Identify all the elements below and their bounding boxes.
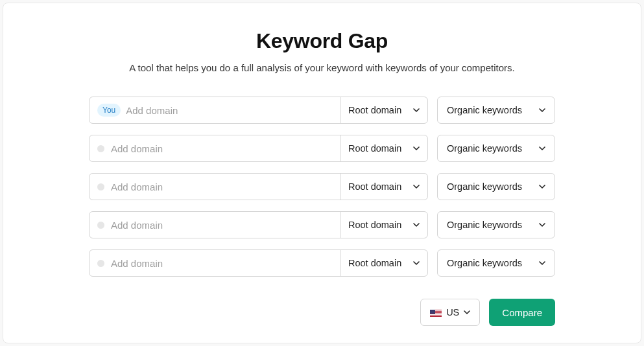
you-pill: You: [97, 104, 121, 117]
footer-controls: US Compare: [89, 299, 555, 326]
chevron-down-icon: [413, 107, 420, 113]
keywords-select-label: Organic keywords: [447, 181, 522, 192]
svg-rect-7: [430, 310, 435, 314]
chevron-down-icon: [413, 260, 420, 266]
domain-input[interactable]: [126, 105, 332, 116]
compare-button[interactable]: Compare: [489, 299, 555, 326]
domain-group: Root domain: [89, 211, 428, 238]
scope-select[interactable]: Root domain: [340, 250, 427, 276]
domain-row: Root domain Organic keywords: [89, 211, 555, 238]
scope-select[interactable]: Root domain: [340, 174, 427, 200]
domain-row: You Root domain Organic keywords: [89, 97, 555, 124]
domain-input-wrap: [89, 135, 340, 161]
country-select-label: US: [446, 307, 459, 317]
chevron-down-icon: [539, 145, 545, 152]
keywords-select-label: Organic keywords: [447, 143, 522, 154]
keywords-select-label: Organic keywords: [447, 220, 522, 230]
keywords-select[interactable]: Organic keywords: [437, 173, 555, 200]
keywords-select[interactable]: Organic keywords: [437, 211, 555, 238]
domain-rows: You Root domain Organic keywords: [89, 97, 555, 277]
svg-rect-6: [430, 317, 442, 317]
domain-input[interactable]: [111, 181, 332, 192]
scope-select-label: Root domain: [348, 105, 401, 115]
country-select[interactable]: US: [420, 299, 480, 326]
domain-input[interactable]: [111, 220, 332, 231]
scope-select-label: Root domain: [348, 220, 401, 230]
keywords-select-label: Organic keywords: [447, 105, 522, 115]
domain-group: You Root domain: [89, 97, 428, 124]
domain-group: Root domain: [89, 135, 428, 162]
scope-select-label: Root domain: [348, 258, 401, 268]
domain-row: Root domain Organic keywords: [89, 249, 555, 277]
chevron-down-icon: [539, 222, 545, 228]
domain-row: Root domain Organic keywords: [89, 135, 555, 162]
chevron-down-icon: [539, 183, 545, 190]
chevron-down-icon: [413, 222, 420, 228]
chevron-down-icon: [539, 260, 545, 266]
scope-select-label: Root domain: [348, 181, 401, 192]
competitor-dot-icon: [97, 222, 104, 229]
svg-rect-5: [430, 316, 442, 316]
page-title: Keyword Gap: [89, 29, 555, 53]
scope-select[interactable]: Root domain: [340, 212, 427, 238]
keywords-select-label: Organic keywords: [447, 258, 522, 268]
scope-select[interactable]: Root domain: [340, 135, 427, 161]
keywords-select[interactable]: Organic keywords: [437, 97, 555, 124]
scope-select[interactable]: Root domain: [340, 97, 427, 123]
scope-select-label: Root domain: [348, 143, 401, 154]
domain-row: Root domain Organic keywords: [89, 173, 555, 200]
chevron-down-icon: [413, 183, 420, 190]
svg-rect-4: [430, 314, 442, 315]
domain-input[interactable]: [111, 143, 332, 154]
domain-input-wrap: [89, 174, 340, 200]
competitor-dot-icon: [97, 183, 104, 190]
keywords-select[interactable]: Organic keywords: [437, 249, 555, 277]
domain-group: Root domain: [89, 173, 428, 200]
domain-input[interactable]: [111, 258, 332, 269]
chevron-down-icon: [464, 309, 470, 316]
domain-input-wrap: [89, 250, 340, 276]
competitor-dot-icon: [97, 145, 104, 152]
competitor-dot-icon: [97, 260, 104, 267]
chevron-down-icon: [413, 145, 420, 152]
flag-us-icon: [430, 308, 442, 316]
keywords-select[interactable]: Organic keywords: [437, 135, 555, 162]
domain-group: Root domain: [89, 249, 428, 277]
chevron-down-icon: [539, 107, 545, 113]
domain-input-wrap: [89, 212, 340, 238]
page-subtitle: A tool that helps you do a full analysis…: [89, 62, 555, 73]
domain-input-wrap: You: [89, 97, 340, 123]
keyword-gap-panel: Keyword Gap A tool that helps you do a f…: [3, 3, 641, 343]
